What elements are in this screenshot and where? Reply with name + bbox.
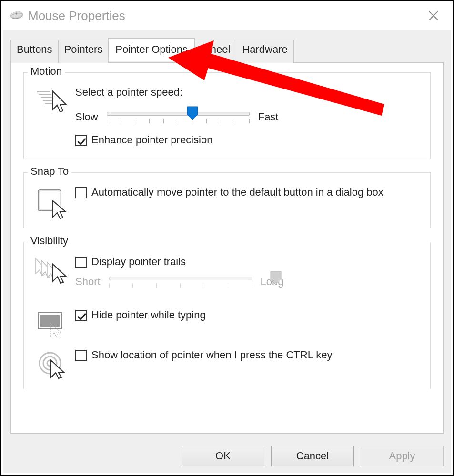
group-snap-to-legend: Snap To (28, 165, 71, 178)
titlebar: Mouse Properties (1, 1, 453, 30)
checkbox-pointer-trails[interactable]: Display pointer trails (75, 256, 422, 268)
checkbox-icon (75, 350, 87, 361)
dialog-body: Buttons Pointers Pointer Options Wheel H… (3, 30, 451, 473)
slider-thumb-icon (270, 271, 282, 285)
close-icon (428, 10, 439, 21)
checkbox-hide-typing[interactable]: Hide pointer while typing (75, 309, 422, 321)
slider-fast-label: Fast (258, 111, 279, 123)
pointer-speed-slider[interactable] (107, 107, 250, 127)
checkbox-pointer-trails-label: Display pointer trails (91, 256, 186, 268)
show-location-icon (32, 349, 75, 380)
dialog-window: Mouse Properties Buttons Pointers Pointe… (0, 0, 454, 476)
checkbox-icon (75, 135, 87, 146)
checkbox-snap-to-label: Automatically move pointer to the defaul… (91, 186, 383, 198)
tab-wheel[interactable]: Wheel (194, 40, 236, 63)
checkbox-enhance-precision[interactable]: Enhance pointer precision (75, 134, 422, 146)
svg-rect-6 (40, 315, 60, 327)
tab-buttons[interactable]: Buttons (10, 40, 59, 63)
apply-button: Apply (361, 446, 444, 466)
cancel-button[interactable]: Cancel (271, 446, 354, 466)
slider-short-label: Short (75, 276, 101, 288)
snap-to-icon (32, 186, 75, 219)
tab-pointers[interactable]: Pointers (58, 40, 109, 63)
checkbox-enhance-precision-label: Enhance pointer precision (91, 134, 212, 146)
pointer-trails-slider (109, 272, 252, 292)
hide-typing-icon (32, 309, 75, 338)
group-visibility: Visibility (23, 242, 431, 389)
checkbox-icon (75, 310, 87, 321)
motion-heading: Select a pointer speed: (75, 86, 422, 99)
checkbox-show-location-label: Show location of pointer when I press th… (91, 349, 332, 361)
window-title: Mouse Properties (28, 9, 125, 23)
tab-panel-pointer-options: Motion Select a pointer speed: (10, 62, 444, 434)
checkbox-icon (75, 187, 87, 198)
pointer-trails-icon (32, 256, 75, 286)
checkbox-snap-to[interactable]: Automatically move pointer to the defaul… (75, 186, 422, 198)
tab-strip: Buttons Pointers Pointer Options Wheel H… (10, 40, 444, 63)
checkbox-icon (75, 257, 87, 268)
close-button[interactable] (422, 4, 445, 27)
group-motion-legend: Motion (28, 65, 65, 78)
group-motion: Motion Select a pointer speed: (23, 72, 431, 159)
slider-slow-label: Slow (75, 111, 98, 123)
checkbox-hide-typing-label: Hide pointer while typing (91, 309, 206, 321)
mouse-icon (9, 9, 24, 23)
group-snap-to: Snap To Automatically move pointer to th… (23, 172, 431, 228)
dialog-button-row: OK Cancel Apply (182, 446, 444, 466)
slider-thumb-icon (187, 106, 198, 120)
ok-button[interactable]: OK (182, 446, 264, 466)
motion-cursor-icon (32, 86, 75, 115)
checkbox-show-location[interactable]: Show location of pointer when I press th… (75, 349, 422, 361)
tab-pointer-options[interactable]: Pointer Options (108, 38, 195, 61)
group-visibility-legend: Visibility (28, 235, 71, 247)
tab-hardware[interactable]: Hardware (236, 40, 293, 63)
